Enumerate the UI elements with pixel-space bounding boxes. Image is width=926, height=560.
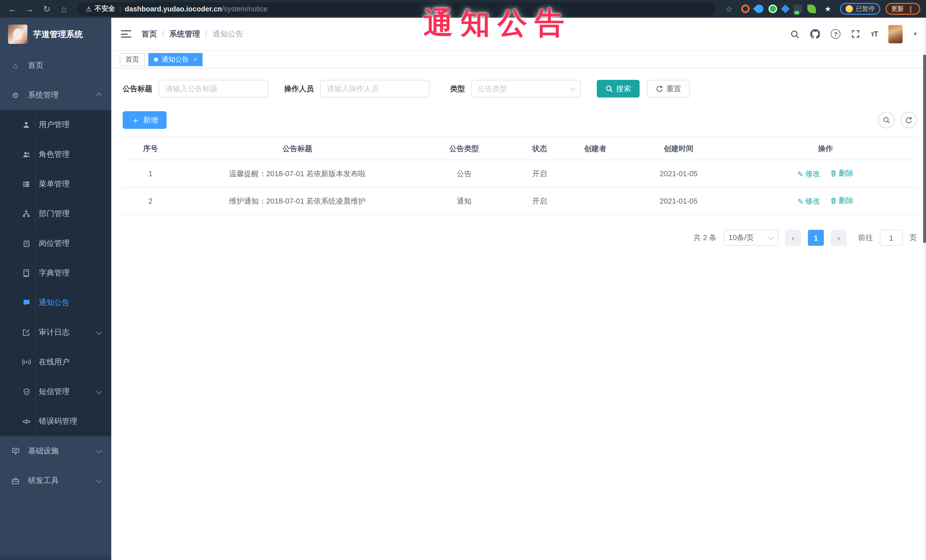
gem-extension-icon[interactable] [781,4,790,13]
app-logo [8,24,27,44]
sidebar-item-system-management[interactable]: ⚙ 系统管理 [0,80,111,110]
url-separator [120,5,120,13]
update-browser-chip[interactable]: 更新 ⋮ [885,3,920,15]
filter-type: 类型 公告类型 [450,80,581,98]
sidebar-item-menu-management[interactable]: 菜单管理 [0,169,111,199]
show-search-toggle-button[interactable] [878,112,895,128]
operator-input[interactable] [320,80,430,98]
warning-icon: ⚠ [86,5,92,13]
org-tree-icon [22,210,31,218]
page-scrollbar[interactable] [923,18,926,560]
screen: ← → ↻ ⌂ ⚠ 不安全 dashboard.yudao.iocoder.cn… [0,0,926,560]
sidebar-item-online-users[interactable]: 在线用户 [0,347,111,377]
home-icon[interactable]: ⌂ [57,2,71,16]
reset-button[interactable]: 重置 [647,80,690,98]
sidebar-item-dev-tools[interactable]: 研发工具 [0,466,111,495]
sidebar-item-error-code-management[interactable]: </> 错误码管理 [0,407,111,436]
adblock-extension-icon[interactable] [741,5,750,13]
page-size-select[interactable]: 10条/页 [723,230,778,246]
reload-icon[interactable]: ↻ [40,2,54,16]
sidebar-item-audit-log[interactable]: 审计日志 [0,318,111,347]
browser-menu-icon[interactable]: ⋮ [906,4,915,14]
error-code-icon: </> [22,418,31,425]
sidebar-item-post-management[interactable]: 岗位管理 [0,229,111,258]
sidebar: 芋道管理系统 ⌂ 首页 ⚙ 系统管理 用户管理 [0,18,111,560]
page-1-button[interactable]: 1 [808,230,824,246]
filter-type-label: 类型 [450,83,465,94]
scrollbar-thumb[interactable] [923,55,926,243]
breadcrumb-system[interactable]: 系统管理 [169,29,200,39]
update-label: 更新 [891,5,904,13]
cell-status: 开启 [512,187,567,215]
location-extension-icon[interactable] [753,3,765,15]
font-size-icon[interactable]: ᴛT [871,30,878,38]
prev-page-button[interactable]: ‹ [785,230,801,246]
chevron-down-icon [96,329,102,335]
fullscreen-icon[interactable] [851,30,860,38]
help-icon[interactable]: ? [831,29,840,39]
chevron-down-icon [96,388,102,394]
home-icon: ⌂ [11,61,20,70]
insecure-warning[interactable]: ⚠ 不安全 [86,4,115,14]
sidebar-item-user-management[interactable]: 用户管理 [0,110,111,140]
trash-icon [830,197,837,204]
cell-actions: ✎修改 删除 [734,160,917,187]
sidebar-item-department-management[interactable]: 部门管理 [0,199,111,229]
edit-link[interactable]: ✎修改 [797,196,820,207]
header-actions: ? ᴛT ▾ [790,25,917,43]
user-avatar[interactable] [889,25,903,43]
close-tab-icon[interactable]: × [194,56,197,63]
collapse-sidebar-icon[interactable] [121,30,131,38]
avatar-caret-icon[interactable]: ▾ [914,30,917,38]
edit-link[interactable]: ✎修改 [797,169,820,180]
dict-icon [22,269,31,277]
add-notice-button[interactable]: ＋ 新增 [123,111,166,129]
sidebar-item-role-management[interactable]: 角色管理 [0,140,111,169]
sidebar-item-infrastructure[interactable]: 基础设施 [0,436,111,466]
leaf-extension-icon[interactable] [807,5,816,13]
app-logo-row[interactable]: 芋道管理系统 [0,18,111,51]
next-page-button[interactable]: › [831,230,847,246]
back-icon[interactable]: ← [6,2,20,16]
cell-index: 1 [123,160,178,187]
search-button[interactable]: 搜索 [597,80,640,98]
tab-notice[interactable]: 通知公告 × [148,53,203,66]
filter-operator: 操作人员 [284,80,430,98]
forward-icon[interactable]: → [23,2,36,16]
system-management-submenu: 用户管理 角色管理 菜单管理 [0,110,111,436]
notice-icon [22,299,31,307]
main-panel: 首页 / 系统管理 / 通知公告 ? [111,18,926,560]
emoji-avatar-icon [846,5,853,12]
menu-list-icon [22,180,31,188]
devtool-icon [11,477,20,485]
goto-page-input[interactable] [880,230,903,246]
github-icon[interactable] [810,29,820,39]
sidebar-item-sms-management[interactable]: 短信管理 [0,377,111,407]
bookmark-star-icon[interactable]: ☆ [722,2,736,16]
tab-home[interactable]: 首页 [120,53,145,66]
goto-label: 前往 [858,232,873,243]
table-tools [878,112,917,128]
on-badge: on [794,11,799,15]
breadcrumb-home[interactable]: 首页 [142,29,157,39]
page-unit-label: 页 [909,232,917,243]
sidebar-item-notice[interactable]: 通知公告 [0,288,111,318]
notice-type-select[interactable]: 公告类型 [471,80,581,98]
address-bar[interactable]: ⚠ 不安全 dashboard.yudao.iocoder.cn/system/… [77,2,716,16]
search-icon[interactable] [790,29,799,38]
refresh-table-button[interactable] [900,112,917,128]
star-extension-icon[interactable]: ★ [821,2,835,16]
sidebar-item-dict-management[interactable]: 字典管理 [0,258,111,288]
switch-extension-icon[interactable]: on [794,5,802,13]
edit-pencil-icon: ✎ [797,170,803,178]
green-extension-icon[interactable] [769,5,777,13]
delete-link[interactable]: 删除 [830,168,853,178]
paused-profile-chip[interactable]: 已暂停 [840,3,881,15]
cell-type: 通知 [416,187,512,215]
filter-title: 公告标题 [123,80,268,98]
sidebar-item-home[interactable]: ⌂ 首页 [0,51,111,80]
chevron-down-icon [768,234,774,240]
notice-title-input[interactable] [159,80,268,98]
delete-link[interactable]: 删除 [830,196,853,206]
cell-title: 温馨提醒：2018-07-01 若依新版本发布啦 [178,160,416,187]
